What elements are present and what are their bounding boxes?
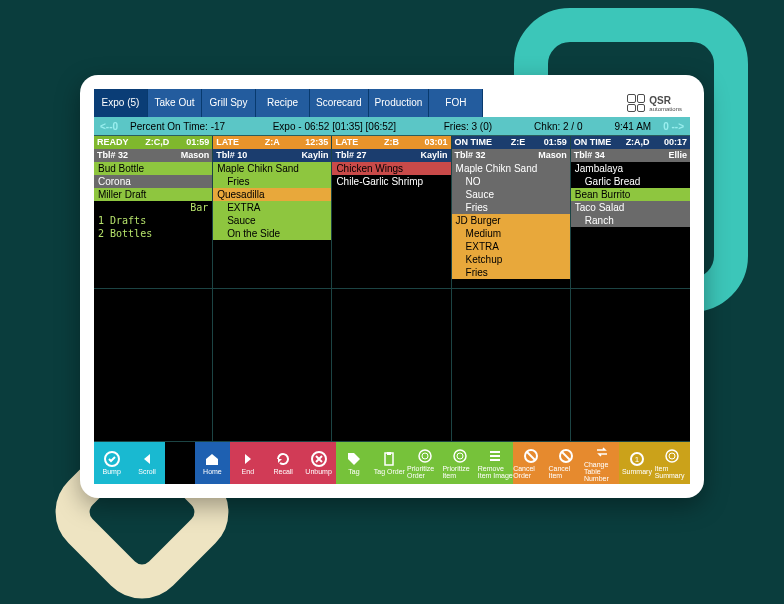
tab-expo-5-[interactable]: Expo (5) <box>94 89 148 117</box>
svg-point-6 <box>454 450 466 462</box>
top-tab-bar: Expo (5)Take OutGrill SpyRecipeScorecard… <box>94 89 690 117</box>
order-item[interactable]: 2 Bottles <box>94 227 212 240</box>
order-item[interactable]: Maple Chikn Sand <box>452 162 570 175</box>
order-item[interactable]: NO <box>452 175 570 188</box>
status-time: 9:41 AM <box>608 121 657 132</box>
toolbar-label: Unbump <box>305 468 331 475</box>
status-chkn: Chkn: 2 / 0 <box>528 121 588 132</box>
order-item[interactable]: Maple Chikn Sand <box>213 162 331 175</box>
brand-logo: QSR automations <box>619 89 690 117</box>
toolbar-tag-order[interactable]: Tag Order <box>372 442 407 484</box>
order-item[interactable]: Fries <box>213 175 331 188</box>
logo-text: QSR <box>649 95 682 106</box>
order-column-empty <box>213 289 331 442</box>
order-item[interactable]: Chile-Garlic Shrimp <box>332 175 450 188</box>
toolbar-label: Recall <box>273 468 292 475</box>
clipboard-icon <box>381 451 397 467</box>
toolbar-bump[interactable]: Bump <box>94 442 129 484</box>
toolbar-label: Bump <box>103 468 121 475</box>
toolbar-cancel-item[interactable]: Cancel Item <box>549 442 584 484</box>
order-column[interactable]: LATEZ:A12:35Tbl# 10KaylinMaple Chikn San… <box>213 136 332 442</box>
toolbar-label: Scroll <box>138 468 156 475</box>
order-item[interactable]: Ketchup <box>452 253 570 266</box>
order-item[interactable]: Bud Bottle <box>94 162 212 175</box>
toolbar-remove-item-image[interactable]: Remove Item Image <box>478 442 513 484</box>
order-column-empty <box>94 289 212 442</box>
swap-icon <box>594 444 610 460</box>
toolbar-gap <box>165 442 195 484</box>
cancel-icon <box>523 448 539 464</box>
order-item[interactable]: Jambalaya <box>571 162 690 175</box>
order-item[interactable]: EXTRA <box>452 240 570 253</box>
order-item[interactable]: Corona <box>94 175 212 188</box>
tab-grill-spy[interactable]: Grill Spy <box>202 89 256 117</box>
toolbar-prioritize-order[interactable]: Prioritize Order <box>407 442 442 484</box>
uncheck-icon <box>311 451 327 467</box>
toolbar-end[interactable]: End <box>230 442 265 484</box>
order-subheader: Tbl# 27Kaylin <box>332 149 450 162</box>
logo-icon <box>627 94 645 112</box>
order-column[interactable]: ON TIMEZ:A,D00:17Tbl# 34EllieJambalayaGa… <box>571 136 690 442</box>
home-icon <box>204 451 220 467</box>
order-subheader: Tbl# 34Ellie <box>571 149 690 162</box>
cancel-icon <box>558 448 574 464</box>
toolbar-unbump[interactable]: Unbump <box>301 442 336 484</box>
toolbar-label: Change Table Number <box>584 461 619 482</box>
order-subheader: Tbl# 32Mason <box>452 149 570 162</box>
order-item[interactable]: Miller Draft <box>94 188 212 201</box>
bars-icon <box>487 448 503 464</box>
order-item[interactable]: Fries <box>452 266 570 279</box>
tag-icon <box>346 451 362 467</box>
toolbar-label: Cancel Order <box>513 465 548 479</box>
toolbar-tag[interactable]: Tag <box>336 442 371 484</box>
order-item[interactable]: Medium <box>452 227 570 240</box>
svg-point-13 <box>669 453 675 459</box>
order-item[interactable]: On the Side <box>213 227 331 240</box>
order-header: LATEZ:B03:01 <box>332 136 450 149</box>
order-item[interactable]: Bean Burrito <box>571 188 690 201</box>
order-item[interactable]: JD Burger <box>452 214 570 227</box>
tab-scorecard[interactable]: Scorecard <box>310 89 369 117</box>
orders-grid: READYZ:C,D01:59Tbl# 32MasonBud BottleCor… <box>94 135 690 442</box>
order-item[interactable]: Sauce <box>213 214 331 227</box>
tab-recipe[interactable]: Recipe <box>256 89 310 117</box>
refresh-icon <box>275 451 291 467</box>
toolbar-scroll[interactable]: Scroll <box>129 442 164 484</box>
order-subheader: Tbl# 32Mason <box>94 149 212 162</box>
logo-sub: automations <box>649 106 682 112</box>
order-item[interactable]: Bar <box>94 201 212 214</box>
sum-icon: 1 <box>629 451 645 467</box>
order-item[interactable]: Taco Salad <box>571 201 690 214</box>
tab-take-out[interactable]: Take Out <box>148 89 202 117</box>
tab-production[interactable]: Production <box>369 89 430 117</box>
order-column[interactable]: ON TIMEZ:E01:59Tbl# 32MasonMaple Chikn S… <box>452 136 571 442</box>
plate-icon <box>417 448 433 464</box>
toolbar-change-table-number[interactable]: Change Table Number <box>584 442 619 484</box>
order-item[interactable]: Fries <box>452 201 570 214</box>
order-item[interactable]: Sauce <box>452 188 570 201</box>
toolbar-prioritize-item[interactable]: Prioritize Item <box>442 442 477 484</box>
order-item[interactable]: Garlic Bread <box>571 175 690 188</box>
order-item[interactable]: Ranch <box>571 214 690 227</box>
status-expo: Expo - 06:52 [01:35] [06:52] <box>231 121 438 132</box>
toolbar-label: Tag <box>348 468 359 475</box>
order-item[interactable]: Chicken Wings <box>332 162 450 175</box>
order-item[interactable]: 1 Drafts <box>94 214 212 227</box>
order-column-empty <box>571 289 690 442</box>
status-right-arrow[interactable]: 0 --> <box>657 121 690 132</box>
status-left-arrow[interactable]: <--0 <box>94 121 124 132</box>
order-item[interactable]: EXTRA <box>213 201 331 214</box>
toolbar-home[interactable]: Home <box>195 442 230 484</box>
order-column[interactable]: READYZ:C,D01:59Tbl# 32MasonBud BottleCor… <box>94 136 213 442</box>
order-header: ON TIMEZ:E01:59 <box>452 136 570 149</box>
order-item[interactable]: Quesadilla <box>213 188 331 201</box>
toolbar-summary[interactable]: 1Summary <box>619 442 654 484</box>
order-column[interactable]: LATEZ:B03:01Tbl# 27KaylinChicken WingsCh… <box>332 136 451 442</box>
tab-foh[interactable]: FOH <box>429 89 483 117</box>
status-percent: Percent On Time: -17 <box>124 121 231 132</box>
toolbar-recall[interactable]: Recall <box>266 442 301 484</box>
order-header: LATEZ:A12:35 <box>213 136 331 149</box>
toolbar-label: Prioritize Order <box>407 465 442 479</box>
toolbar-item-summary[interactable]: Item Summary <box>655 442 690 484</box>
toolbar-cancel-order[interactable]: Cancel Order <box>513 442 548 484</box>
